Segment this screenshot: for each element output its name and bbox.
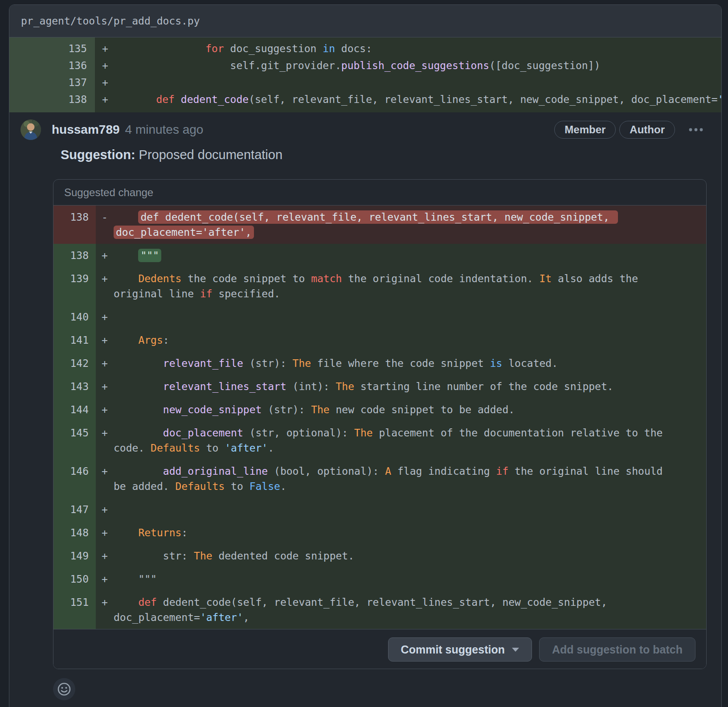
line-number: 143 (53, 375, 96, 398)
line-number: 144 (53, 398, 96, 421)
diff-row: 150+ """ (53, 567, 706, 591)
comment-header: hussam789 4 minutes ago Member Author (9, 119, 721, 140)
diff-marker: + (95, 57, 120, 74)
code-line (120, 74, 721, 91)
diff-marker: + (96, 352, 112, 375)
code-line: """ (112, 244, 706, 267)
avatar-image (20, 119, 41, 140)
add-suggestion-to-batch-label: Add suggestion to batch (552, 643, 683, 656)
code-line: def dedent_code(self, relevant_file, rel… (112, 591, 706, 629)
line-number: 137 (9, 74, 95, 91)
diff-marker: + (96, 591, 112, 629)
line-number: 140 (53, 305, 96, 329)
line-number: 145 (53, 421, 96, 460)
comment-section: hussam789 4 minutes ago Member Author Su… (9, 112, 721, 700)
code-line: self.git_provider.publish_code_suggestio… (120, 57, 721, 74)
smiley-icon (57, 682, 71, 696)
diff-row: 140+ (53, 305, 706, 329)
comment-body-label: Suggestion: (61, 148, 135, 162)
diff-marker: + (95, 74, 120, 91)
diff-row: 149+ str: The dedented code snippet. (53, 544, 706, 567)
add-suggestion-to-batch-button[interactable]: Add suggestion to batch (539, 637, 695, 662)
diff-marker: + (95, 91, 120, 108)
diff-marker: + (96, 398, 112, 421)
line-number: 149 (53, 544, 96, 567)
diff-row: 151+ def dedent_code(self, relevant_file… (53, 591, 706, 629)
code-line: Returns: (112, 521, 706, 544)
line-number: 150 (53, 567, 96, 591)
code-line (112, 305, 706, 329)
line-number: 136 (9, 57, 95, 74)
diff-marker: + (96, 329, 112, 352)
diff-marker: + (96, 267, 112, 305)
file-path-header: pr_agent/tools/pr_add_docs.py (9, 5, 721, 37)
code-diff-context: 135+ for doc_suggestion in docs:136+ sel… (9, 37, 721, 112)
code-line: Args: (112, 329, 706, 352)
code-line: add_original_line (bool, optional): A fl… (112, 460, 706, 498)
diff-row: 135+ for doc_suggestion in docs: (9, 40, 721, 57)
suggested-change-widget: Suggested change 138- def dedent_code(se… (53, 179, 707, 669)
line-number: 142 (53, 352, 96, 375)
chevron-down-icon (512, 648, 519, 652)
diff-row: 139+ Dedents the code snippet to match t… (53, 267, 706, 305)
diff-marker: + (96, 375, 112, 398)
comment-options-button[interactable] (688, 127, 703, 132)
diff-marker: + (95, 40, 120, 57)
line-number: 147 (53, 498, 96, 521)
diff-row: 141+ Args: (53, 329, 706, 352)
code-line: def dedent_code(self, relevant_file, rel… (112, 206, 706, 244)
code-line: new_code_snippet (str): The new code sni… (112, 398, 706, 421)
diff-row: 138+ """ (53, 244, 706, 267)
code-line: def dedent_code(self, relevant_file, rel… (120, 91, 721, 108)
comment-timestamp[interactable]: 4 minutes ago (125, 123, 204, 137)
line-number: 151 (53, 591, 96, 629)
code-line: str: The dedented code snippet. (112, 544, 706, 567)
diff-marker: + (96, 460, 112, 498)
diff-marker: + (96, 544, 112, 567)
code-line: doc_placement (str, optional): The place… (112, 421, 706, 460)
suggestion-actions: Commit suggestion Add suggestion to batc… (53, 629, 706, 669)
line-number: 135 (9, 40, 95, 57)
file-path: pr_agent/tools/pr_add_docs.py (21, 15, 200, 27)
suggested-change-header: Suggested change (53, 180, 706, 206)
diff-row: 144+ new_code_snippet (str): The new cod… (53, 398, 706, 421)
pr-review-comment-card: pr_agent/tools/pr_add_docs.py 135+ for d… (9, 4, 722, 707)
comment-header-right: Member Author (554, 121, 710, 139)
diff-row: 146+ add_original_line (bool, optional):… (53, 460, 706, 498)
code-line: Dedents the code snippet to match the or… (112, 267, 706, 305)
diff-row: 147+ (53, 498, 706, 521)
diff-marker: + (96, 521, 112, 544)
diff-marker: + (96, 567, 112, 591)
diff-marker: + (96, 305, 112, 329)
line-number: 139 (53, 267, 96, 305)
diff-row: 142+ relevant_file (str): The file where… (53, 352, 706, 375)
diff-marker: - (96, 206, 112, 244)
diff-row: 138+ def dedent_code(self, relevant_file… (9, 91, 721, 108)
commit-suggestion-button[interactable]: Commit suggestion (388, 637, 532, 662)
kebab-icon (688, 127, 703, 132)
suggested-change-diff: 138- def dedent_code(self, relevant_file… (53, 206, 706, 629)
line-number: 148 (53, 521, 96, 544)
diff-row: 148+ Returns: (53, 521, 706, 544)
diff-row: 138- def dedent_code(self, relevant_file… (53, 206, 706, 244)
code-line (112, 498, 706, 521)
add-reaction-button[interactable] (53, 678, 75, 700)
commit-suggestion-label: Commit suggestion (401, 643, 505, 656)
line-number: 146 (53, 460, 96, 498)
diff-marker: + (96, 498, 112, 521)
comment-body-text: Proposed documentation (135, 148, 283, 162)
diff-row: 136+ self.git_provider.publish_code_sugg… (9, 57, 721, 74)
author-badge: Author (619, 121, 675, 139)
comment-author[interactable]: hussam789 (52, 123, 120, 137)
diff-marker: + (96, 244, 112, 267)
line-number: 138 (9, 91, 95, 108)
diff-marker: + (96, 421, 112, 460)
line-number: 138 (53, 244, 96, 267)
diff-row: 143+ relevant_lines_start (int): The sta… (53, 375, 706, 398)
avatar[interactable] (20, 119, 41, 140)
code-line: relevant_file (str): The file where the … (112, 352, 706, 375)
code-line: for doc_suggestion in docs: (120, 40, 721, 57)
code-line: """ (112, 567, 706, 591)
comment-body: Suggestion: Proposed documentation (9, 140, 721, 162)
member-badge: Member (554, 121, 616, 139)
